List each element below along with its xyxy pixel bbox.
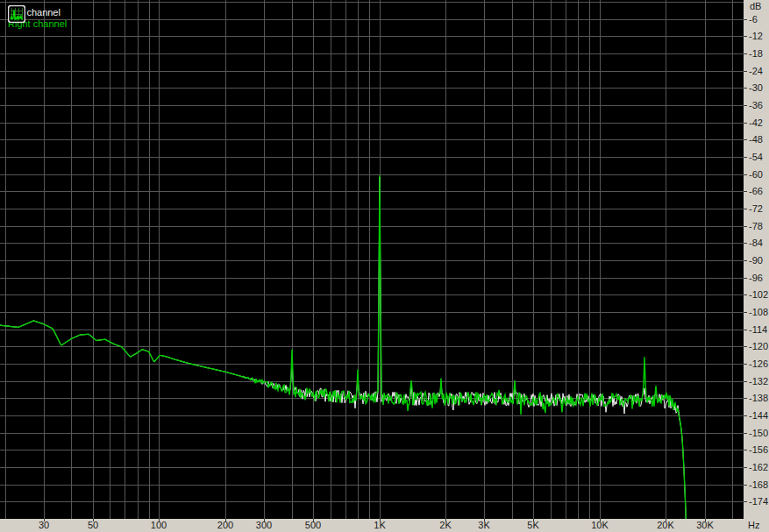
x-tick-label: 3K [465, 520, 503, 531]
spectrum-analyzer-window: Left channel Right channel dB -6-12-18-2… [0, 0, 769, 532]
y-tick-label: -60 [749, 169, 763, 180]
y-tick-mark [744, 450, 747, 450]
y-tick-mark [744, 71, 747, 72]
y-tick-mark [744, 433, 747, 434]
y-tick-mark [744, 105, 747, 106]
y-tick-label: -30 [749, 82, 763, 93]
x-tick-label: 500 [294, 520, 332, 531]
y-tick-label: -12 [749, 31, 763, 41]
y-tick-mark [744, 364, 747, 365]
y-tick-label: -144 [749, 410, 768, 421]
y-tick-label: -156 [749, 444, 768, 455]
y-tick-mark [744, 294, 747, 295]
y-tick-mark [744, 53, 747, 54]
y-tick-label: -54 [749, 152, 763, 162]
y-tick-mark [744, 174, 747, 175]
x-tick-label: 300 [245, 520, 283, 531]
x-tick-label: 2K [426, 520, 465, 531]
y-tick-label: -120 [749, 341, 768, 351]
y-tick-mark [744, 209, 747, 209]
y-tick-label: -162 [749, 462, 768, 472]
spectrum-chart [0, 0, 744, 519]
y-tick-label: -42 [749, 117, 763, 128]
y-tick-label: -102 [749, 289, 768, 300]
x-tick-label: 30K [686, 520, 724, 531]
y-tick-mark [744, 415, 747, 416]
y-tick-label: -18 [749, 48, 763, 59]
y-tick-mark [744, 226, 747, 227]
y-tick-label: -72 [749, 203, 763, 214]
plot-area[interactable]: Left channel Right channel [0, 0, 744, 519]
y-tick-label: -48 [749, 134, 763, 145]
y-tick-mark [744, 191, 747, 192]
x-axis-unit-label: Hz [748, 520, 759, 531]
y-tick-mark [744, 123, 747, 124]
x-tick-label: 5K [514, 520, 552, 531]
x-tick-label: 50 [74, 520, 112, 531]
y-tick-mark [744, 501, 747, 502]
y-tick-mark [744, 243, 747, 244]
y-tick-label: -36 [749, 100, 763, 110]
y-tick-label: -24 [749, 66, 763, 76]
y-tick-mark [744, 157, 747, 158]
y-tick-mark [744, 312, 747, 313]
grid-lines [0, 0, 744, 519]
y-tick-label: -114 [749, 324, 767, 335]
y-tick-label: -138 [749, 393, 768, 403]
x-tick-label: 20K [646, 520, 685, 531]
x-tick-label: 30 [25, 520, 63, 531]
y-tick-mark [744, 398, 747, 399]
x-tick-label: 10K [580, 520, 619, 531]
y-tick-label: -150 [749, 428, 768, 438]
y-tick-label: -6 [749, 14, 758, 25]
y-tick-mark [744, 346, 747, 347]
y-tick-mark [744, 485, 747, 486]
y-tick-label: -66 [749, 186, 763, 196]
y-tick-mark [744, 278, 747, 279]
y-tick-mark [744, 381, 747, 382]
y-tick-mark [744, 36, 747, 37]
y-tick-label: -108 [749, 307, 768, 317]
y-tick-mark [744, 19, 747, 20]
x-axis-strip: Hz 30501002003005001K2K3K5K10K20K30K [0, 519, 769, 532]
y-tick-label: -174 [749, 496, 768, 507]
x-tick-label: 200 [206, 520, 245, 531]
y-tick-label: -126 [749, 358, 768, 369]
y-tick-label: -168 [749, 479, 768, 490]
y-tick-mark [744, 467, 747, 468]
y-tick-label: -132 [749, 376, 768, 387]
y-tick-label: -78 [749, 221, 763, 231]
y-axis-strip: dB -6-12-18-24-30-36-42-48-54-60-66-72-7… [744, 0, 769, 519]
x-tick-label: 100 [139, 520, 178, 531]
y-tick-label: -90 [749, 255, 763, 266]
y-tick-label: -84 [749, 238, 763, 248]
y-tick-label: -96 [749, 273, 763, 283]
y-tick-mark [744, 260, 747, 261]
x-tick-label: 1K [360, 520, 399, 531]
y-tick-mark [744, 88, 747, 89]
y-tick-mark [744, 330, 747, 330]
y-tick-mark [744, 139, 747, 140]
y-axis-unit-label: dB [750, 1, 761, 11]
